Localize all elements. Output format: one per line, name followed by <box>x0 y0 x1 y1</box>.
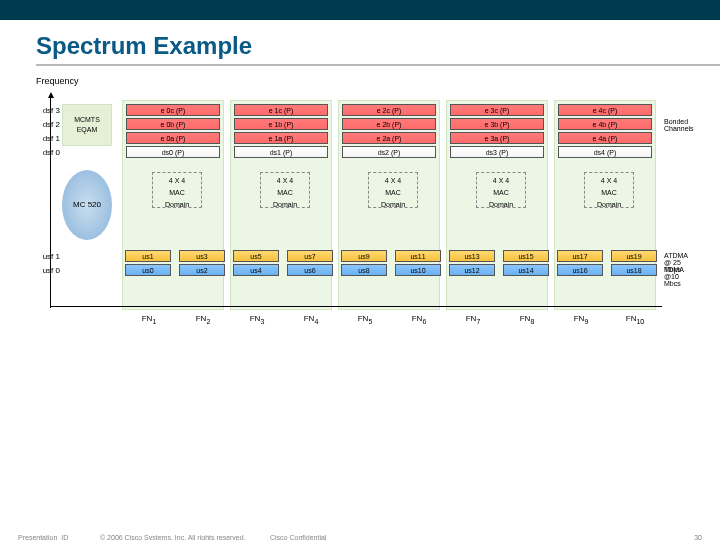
us-tdma-channel: us18 <box>611 264 657 276</box>
us-atdma-channel: us13 <box>449 250 495 262</box>
us-tdma-channel: us0 <box>125 264 171 276</box>
y-axis-arrow-icon <box>48 92 54 98</box>
dsf-label: dsf 2 <box>34 120 60 129</box>
fn-label: FN7 <box>446 314 500 325</box>
footer-copyright: © 2006 Cisco Systems, Inc. All rights re… <box>100 534 246 540</box>
fn-label: FN5 <box>338 314 392 325</box>
ds-channel: ds0 (P) <box>126 146 220 158</box>
dsf-label: dsf 0 <box>34 148 60 157</box>
bonded-ds-channel: e 1c (P) <box>234 104 328 116</box>
us-tdma-channel: us10 <box>395 264 441 276</box>
bonded-ds-channel: e 0c (P) <box>126 104 220 116</box>
y-axis-line <box>50 98 51 308</box>
us-atdma-channel: us9 <box>341 250 387 262</box>
bonded-ds-channel: e 2a (P) <box>342 132 436 144</box>
fn-label: FN3 <box>230 314 284 325</box>
us-tdma-channel: us12 <box>449 264 495 276</box>
bonded-ds-channel: e 4b (P) <box>558 118 652 130</box>
x-axis-line <box>50 306 662 307</box>
us-atdma-channel: us5 <box>233 250 279 262</box>
bonded-ds-channel: e 3a (P) <box>450 132 544 144</box>
bonded-ds-channel: e 2c (P) <box>342 104 436 116</box>
dsf-label: dsf 1 <box>34 134 60 143</box>
us-atdma-channel: us17 <box>557 250 603 262</box>
usf-label: usf 0 <box>34 266 60 275</box>
dsf-label: dsf 3 <box>34 106 60 115</box>
mac-domain-box: 4 X 4MACDomain <box>152 172 202 208</box>
fn-label: FN9 <box>554 314 608 325</box>
tdma-label: TDMA @10 Mbcs <box>664 266 696 287</box>
fn-label: FN8 <box>500 314 554 325</box>
bonded-ds-channel: e 0b (P) <box>126 118 220 130</box>
eqam-label: EQAM <box>63 125 111 135</box>
ds-channel: ds3 (P) <box>450 146 544 158</box>
bonded-channels-label: Bonded Channels <box>664 118 696 132</box>
bonded-ds-channel: e 4a (P) <box>558 132 652 144</box>
ds-channel: ds2 (P) <box>342 146 436 158</box>
mac-domain-box: 4 X 4MACDomain <box>368 172 418 208</box>
bonded-ds-channel: e 3c (P) <box>450 104 544 116</box>
us-atdma-channel: us3 <box>179 250 225 262</box>
bonded-ds-channel: e 0a (P) <box>126 132 220 144</box>
bonded-ds-channel: e 2b (P) <box>342 118 436 130</box>
bonded-ds-channel: e 4c (P) <box>558 104 652 116</box>
ds-channel: ds1 (P) <box>234 146 328 158</box>
fn-label: FN1 <box>122 314 176 325</box>
ds-channel: ds4 (P) <box>558 146 652 158</box>
us-atdma-channel: us7 <box>287 250 333 262</box>
us-atdma-channel: us19 <box>611 250 657 262</box>
us-tdma-channel: us6 <box>287 264 333 276</box>
mcmts-eqam-block: MCMTS EQAM <box>62 104 112 146</box>
us-tdma-channel: us8 <box>341 264 387 276</box>
mcmts-label: MCMTS <box>63 115 111 125</box>
fn-label: FN6 <box>392 314 446 325</box>
fn-label: FN10 <box>608 314 662 325</box>
us-atdma-channel: us1 <box>125 250 171 262</box>
spectrum-diagram: Frequency MCMTS EQAM MC 520 dsf 3dsf 2ds… <box>36 74 696 354</box>
us-tdma-channel: us4 <box>233 264 279 276</box>
mac-domain-box: 4 X 4MACDomain <box>476 172 526 208</box>
mac-domain-box: 4 X 4MACDomain <box>260 172 310 208</box>
bonded-ds-channel: e 1b (P) <box>234 118 328 130</box>
usf-label: usf 1 <box>34 252 60 261</box>
us-tdma-channel: us16 <box>557 264 603 276</box>
us-tdma-channel: us2 <box>179 264 225 276</box>
page-title: Spectrum Example <box>0 20 720 64</box>
us-atdma-channel: us11 <box>395 250 441 262</box>
y-axis-label: Frequency <box>36 76 79 86</box>
mc520-block: MC 520 <box>62 170 112 240</box>
mac-domain-box: 4 X 4MACDomain <box>584 172 634 208</box>
top-bar <box>0 0 720 20</box>
bonded-ds-channel: e 1a (P) <box>234 132 328 144</box>
us-atdma-channel: us15 <box>503 250 549 262</box>
title-rule <box>36 64 720 66</box>
footer-confidential: Cisco Confidential <box>270 534 326 540</box>
fn-label: FN2 <box>176 314 230 325</box>
fn-label: FN4 <box>284 314 338 325</box>
bonded-ds-channel: e 3b (P) <box>450 118 544 130</box>
footer-page: 30 <box>694 534 702 540</box>
footer-id: Presentation_ID <box>18 534 68 540</box>
us-tdma-channel: us14 <box>503 264 549 276</box>
